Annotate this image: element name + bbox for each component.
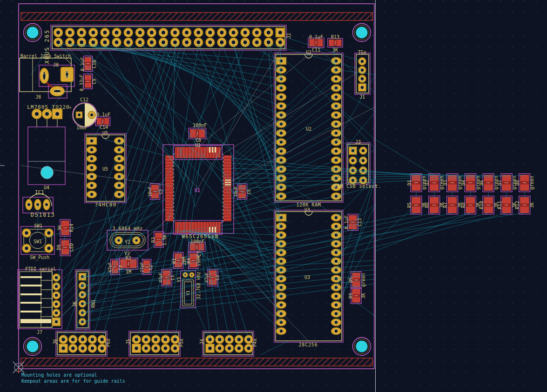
text-u2-ref-top: U2 — [306, 50, 311, 55]
text-r13-ref: R13 — [331, 34, 339, 40]
component-R7[interactable] — [447, 196, 458, 214]
pcb-editor-canvas[interactable]: Mounting holes are optional Keepout area… — [0, 0, 547, 392]
text-r3-value: 1.5K — [162, 234, 167, 246]
text-u3-ref-top: U3 — [304, 207, 310, 213]
text-p5x-label: P5x — [179, 339, 184, 347]
component-D8[interactable] — [519, 174, 530, 192]
text-j5-ref: J5 — [126, 339, 131, 345]
text-r8-ref: R8 — [461, 202, 466, 208]
text-u5-ref-top: U5 — [102, 131, 108, 136]
component-R12[interactable] — [519, 196, 530, 214]
component-R10[interactable] — [483, 196, 494, 214]
text-d6-ref: D6 — [479, 180, 484, 186]
text-d2-ref: D2 — [425, 180, 430, 186]
text-c6-ref: C6 — [247, 189, 251, 194]
text-r11-ref: R11 — [497, 201, 502, 209]
component-R13[interactable] — [328, 39, 343, 47]
note-keepout-areas: Keepout areas are for for guide rails — [21, 379, 125, 384]
text-c8-ref: C8 — [196, 138, 201, 143]
text-u2-value: 128K RAM — [297, 202, 321, 207]
text-u2-ref: U2 — [306, 126, 311, 132]
text-d1-ref: D1 — [407, 180, 412, 186]
text-d9-value: LED — [69, 243, 74, 252]
text-r1-ref: R1 — [172, 258, 177, 264]
text-c3-ref: C3 — [215, 275, 220, 280]
mounting-hole-top-left[interactable] — [24, 24, 42, 42]
text-r10-ref: R10 — [479, 201, 484, 209]
text-c8-value: 100nF — [193, 123, 207, 128]
mounting-hole-top-right[interactable] — [353, 24, 371, 42]
text-y2-marking: Y2 — [125, 239, 130, 245]
component-R8[interactable] — [465, 196, 476, 214]
text-c7-value: 100nF — [190, 239, 204, 244]
text-lm7805-note: LM7805 TO220 — [27, 104, 69, 110]
text-y2-value: 3.6864 mHz — [112, 226, 142, 231]
text-j3-ref: J3 — [355, 140, 361, 145]
text-tgx-label: TGx — [358, 50, 366, 55]
text-sw1-value: SW_Push — [30, 255, 49, 260]
text-r12-ref: R12 — [515, 201, 520, 209]
text-ftdi-note: FTDI serial — [25, 266, 56, 272]
text-d5-ref: D5 — [348, 277, 353, 283]
text-c2-value: 27pF — [140, 262, 144, 272]
text-c12-ref: C12 — [80, 97, 88, 102]
text-c1-value: 47pF — [158, 272, 163, 283]
text-u5-ref: U5 — [102, 166, 108, 172]
component-C11[interactable] — [308, 38, 324, 48]
text-ds1813-value: DS1813 — [31, 212, 55, 218]
text-r14-value: 3K — [57, 225, 62, 231]
text-r12-value: 3K — [529, 202, 534, 208]
text-r6-ref: R6 — [425, 202, 430, 208]
text-p4x-label: P4x — [252, 339, 257, 347]
text-c3-value: 47pF — [204, 272, 209, 283]
text-c4-value: 47pF — [108, 262, 112, 272]
text-c10-ref: C10 — [92, 60, 97, 68]
component-D6[interactable] — [483, 174, 494, 192]
mounting-hole-bottom-left[interactable] — [24, 338, 42, 356]
text-j8-pad3-num: 3 — [57, 87, 59, 91]
text-r5-ref: R5 — [407, 202, 412, 208]
text-j4-ref: J4 — [199, 339, 204, 345]
text-u1-silk-ref: U1 — [195, 143, 201, 148]
note-mounting-holes: Mounting holes are optional — [21, 372, 97, 378]
text-r14-ref: R14 — [69, 224, 74, 232]
text-barrel-jack-note: Barrel Jack Switch — [20, 53, 71, 59]
text-d5-value: green — [361, 273, 366, 287]
text-r9-ref: R9 — [348, 293, 353, 299]
mounting-hole-bottom-right[interactable] — [353, 338, 371, 356]
text-c9-value: 0.33uF — [79, 74, 84, 91]
text-rn1-ref: RN1 — [91, 299, 96, 308]
component-R11[interactable] — [501, 196, 512, 214]
text-sw1-marking: SW1 — [34, 239, 42, 244]
text-xbus-265-label: XBUS 265 — [44, 29, 50, 64]
text-j3-value: RAM CSB select. — [334, 184, 381, 189]
text-rn1-value: 3K — [72, 301, 77, 307]
text-c11-value: 0.1uF — [309, 34, 323, 40]
component-D3[interactable] — [447, 174, 458, 192]
text-d9-ref: D9 — [56, 245, 61, 250]
text-r2-ref: R2 — [126, 256, 131, 261]
text-j8-pad2-gnd: GND — [45, 74, 48, 79]
text-p6x-label: P6x — [106, 339, 111, 347]
component-D2[interactable] — [429, 174, 440, 192]
text-r13-value: 3K — [332, 47, 338, 53]
text-c2-ref: C2 — [149, 265, 153, 270]
text-j7-ref: J7 — [37, 330, 42, 335]
text-j2-ref: J2 — [286, 33, 291, 39]
text-c5-ref: C5 — [158, 189, 163, 194]
text-u1-ref: U1 — [195, 188, 200, 193]
text-j8-pad1-num: 1 — [66, 69, 68, 74]
text-j6-ref: J6 — [53, 339, 58, 345]
component-C12-electrolytic[interactable] — [73, 103, 97, 127]
text-y1-marking: Y1 — [186, 291, 190, 296]
text-c13-value: 0.1uF — [344, 215, 349, 229]
text-c1-ref: C1 — [170, 275, 175, 280]
keepout-area-top — [21, 13, 372, 20]
text-j8-pad1-gnd: GND — [66, 75, 70, 78]
text-r2-value: 1M — [126, 269, 131, 274]
text-c13-ref: C13 — [357, 218, 362, 226]
text-j8-ref-bottom: J8 — [35, 94, 41, 100]
component-R6[interactable] — [429, 196, 440, 214]
text-r7-ref: R7 — [443, 202, 448, 208]
text-sw1-ref: SW1 — [34, 223, 42, 228]
